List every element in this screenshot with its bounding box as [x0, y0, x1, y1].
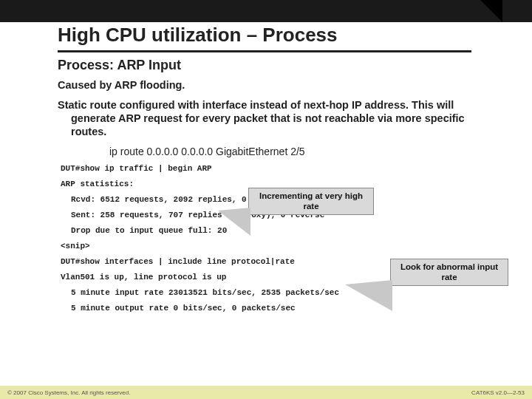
top-banner — [0, 0, 532, 22]
term-output-rate: 5 minute output rate 0 bits/sec, 0 packe… — [61, 304, 488, 313]
callout1-line2: rate — [303, 202, 318, 211]
term-snip: <snip> — [61, 242, 488, 250]
callout1-line1: Incrementing at very high — [259, 191, 363, 200]
ip-route-command: ip route 0.0.0.0 0.0.0.0 GigabitEthernet… — [109, 146, 488, 157]
caused-by-text: Caused by ARP flooding. — [58, 79, 488, 91]
static-route-text: Static route configured with interface i… — [58, 98, 488, 138]
callout2-line2: rate — [441, 273, 457, 282]
title-underline — [58, 50, 471, 52]
slide-title: High CPU utilization – Process — [58, 24, 338, 47]
callout-incrementing-rate: Incrementing at very high rate — [248, 188, 374, 215]
footer-bar: © 2007 Cisco Systems, Inc. All rights re… — [0, 386, 532, 399]
callout-abnormal-input: Look for abnormal input rate — [390, 259, 508, 286]
process-subhead: Process: ARP Input — [58, 58, 488, 73]
footer-slide-number: CAT6KS v2.0—2-53 — [471, 389, 525, 396]
callout2-line1: Look for abnormal input — [400, 262, 498, 271]
term-drop-line: Drop due to input queue full: 20 — [61, 227, 488, 235]
term-show-ip-traffic: DUT#show ip traffic | begin ARP — [61, 165, 488, 173]
content-area: Process: ARP Input Caused by ARP floodin… — [58, 58, 488, 320]
term-input-rate: 5 minute input rate 23013521 bits/sec, 2… — [61, 289, 488, 297]
footer-copyright: © 2007 Cisco Systems, Inc. All rights re… — [7, 389, 130, 396]
static-route-paragraph: Static route configured with interface i… — [58, 98, 488, 138]
